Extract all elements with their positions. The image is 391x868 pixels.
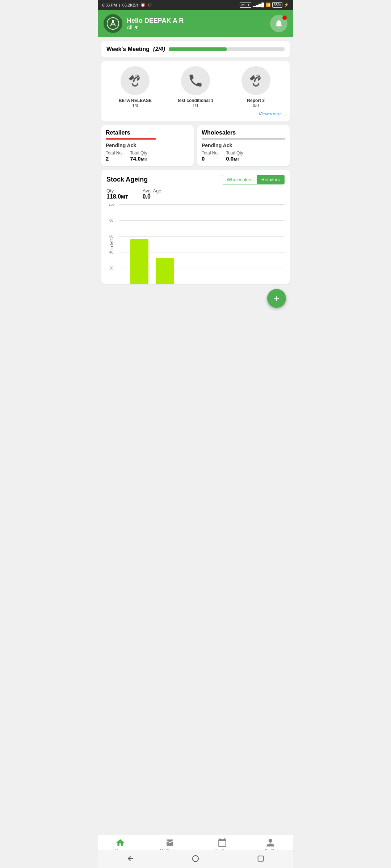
svg-point-0 xyxy=(107,18,119,29)
wifi-icon: 📶 xyxy=(266,3,271,7)
activity-icon-report xyxy=(241,66,270,95)
volte-icon: VoLTE xyxy=(240,3,251,8)
stock-qty-value: 118.0мт xyxy=(106,193,128,200)
retailers-no-label: Total No. xyxy=(106,150,123,156)
grid-80: 80 xyxy=(119,220,285,221)
wholesalers-card: Wholesalers Pending Ack Total No. 0 Tota… xyxy=(197,125,290,166)
stock-avg-label: Avg. Age xyxy=(143,188,161,193)
stock-ageing-header: Stock Ageing Wholesalers Retailers xyxy=(106,175,285,184)
time: 6:35 PM xyxy=(102,3,117,7)
wholesalers-title: Wholesalers xyxy=(202,129,285,136)
retailers-card: Retailers Pending Ack Total No. 2 Total … xyxy=(101,125,194,166)
notification-button[interactable] xyxy=(270,15,287,32)
wholesalers-no-label: Total No. xyxy=(202,150,219,156)
wholesalers-no: Total No. 0 xyxy=(202,150,219,162)
data-speed-value: 65.2KB/s xyxy=(122,3,139,7)
stock-toggle-group: Wholesalers Retailers xyxy=(222,175,285,184)
app-logo xyxy=(104,14,122,33)
filter-label: All xyxy=(127,25,133,30)
activity-count-beta: 1/3 xyxy=(132,103,138,108)
bottom-spacer xyxy=(98,309,293,353)
stock-ageing-title: Stock Ageing xyxy=(106,176,148,183)
svg-point-1 xyxy=(112,20,114,22)
wholesalers-section: Pending Ack xyxy=(202,142,285,148)
alarm-icon: ⏰ xyxy=(140,3,146,7)
activity-icon-conditional xyxy=(181,66,210,95)
header-left: Hello DEEPAK A R All ▼ xyxy=(104,14,184,33)
retailers-qty-label: Total Qty xyxy=(130,150,147,156)
chart-inner: 100 80 60 40 20 xyxy=(119,204,285,284)
wholesalers-qty-value: 0.0мт xyxy=(226,156,243,162)
activity-item-report[interactable]: Report 2 0/0 xyxy=(227,66,285,108)
wholesalers-no-value: 0 xyxy=(202,156,219,162)
activity-card: BETA RELEASE 1/3 test conditional 1 1/1 … xyxy=(101,61,290,122)
wholesalers-stats: Total No. 0 Total Qty 0.0мт xyxy=(202,150,285,162)
stock-avg-age: Avg. Age 0.0 xyxy=(143,188,161,200)
activity-count-report: 0/0 xyxy=(253,103,259,108)
bell-icon xyxy=(274,19,283,28)
week-meeting-count: (2/4) xyxy=(153,46,165,52)
label-100: 100 xyxy=(109,204,115,207)
handshake-icon-2 xyxy=(248,73,264,89)
activity-name-conditional: test conditional 1 xyxy=(178,98,214,103)
stock-avg-value: 0.0 xyxy=(143,193,161,200)
week-meeting-card: Week's Meeting (2/4) xyxy=(101,41,290,58)
stock-chart: In MT 100 80 60 40 20 xyxy=(106,204,285,284)
rw-row: Retailers Pending Ack Total No. 2 Total … xyxy=(101,125,290,166)
fab-spacer: + xyxy=(98,288,293,309)
retailers-title: Retailers xyxy=(106,129,189,136)
label-60: 60 xyxy=(109,234,113,238)
wholesalers-divider xyxy=(202,138,285,140)
handshake-icon-1 xyxy=(127,73,143,89)
view-more-link[interactable]: View more... xyxy=(106,111,285,116)
greeting-text: Hello DEEPAK A R xyxy=(127,17,184,25)
label-20: 20 xyxy=(109,266,113,270)
retailers-qty: Total Qty 74.0мт xyxy=(130,150,147,162)
retailers-divider xyxy=(106,138,156,140)
y-axis-label: In MT xyxy=(109,239,114,250)
bars-area xyxy=(130,239,174,284)
retailers-qty-value: 74.0мт xyxy=(130,156,147,162)
wholesalers-qty-label: Total Qty xyxy=(226,150,243,156)
stock-ageing-card: Stock Ageing Wholesalers Retailers Qty 1… xyxy=(101,170,290,284)
toggle-wholesalers[interactable]: Wholesalers xyxy=(222,175,257,184)
battery-indicator: 35% xyxy=(272,2,282,8)
retailers-no: Total No. 2 xyxy=(106,150,123,162)
status-bar: 6:35 PM | 65.2KB/s ⏰ 🛡 VoLTE ▂▄▆█ 📶 35% … xyxy=(98,0,293,10)
activity-icon-beta xyxy=(121,66,150,95)
phone-icon xyxy=(188,73,203,89)
app-header: Hello DEEPAK A R All ▼ xyxy=(98,10,293,37)
retailers-section: Pending Ack xyxy=(106,142,189,148)
activity-count-conditional: 1/1 xyxy=(193,103,199,108)
signal-icon: ▂▄▆█ xyxy=(253,3,264,7)
label-80: 80 xyxy=(109,218,113,222)
status-right: VoLTE ▂▄▆█ 📶 35% ⚡ xyxy=(240,2,289,8)
data-speed: | xyxy=(119,3,120,7)
activity-name-beta: BETA RELEASE xyxy=(119,98,152,103)
stock-qty-label: Qty xyxy=(106,188,128,193)
notification-badge xyxy=(282,16,287,20)
activity-grid: BETA RELEASE 1/3 test conditional 1 1/1 … xyxy=(106,66,285,108)
activity-item-beta[interactable]: BETA RELEASE 1/3 xyxy=(106,66,164,108)
progress-bar-background xyxy=(169,47,285,51)
retailers-no-value: 2 xyxy=(106,156,123,162)
logo-icon xyxy=(106,17,119,30)
shield-icon: 🛡 xyxy=(148,3,152,7)
week-meeting-content: Week's Meeting (2/4) xyxy=(106,46,285,52)
fab-icon: + xyxy=(274,293,279,304)
bar-2 xyxy=(156,258,174,284)
status-left: 6:35 PM | 65.2KB/s ⏰ 🛡 xyxy=(102,3,152,7)
toggle-retailers[interactable]: Retailers xyxy=(257,175,284,184)
chevron-down-icon: ▼ xyxy=(134,25,139,30)
week-meeting-label: Week's Meeting xyxy=(106,46,150,52)
progress-bar-fill xyxy=(169,47,227,51)
retailers-stats: Total No. 2 Total Qty 74.0мт xyxy=(106,150,189,162)
wholesalers-qty: Total Qty 0.0мт xyxy=(226,150,243,162)
stock-metrics: Qty 118.0мт Avg. Age 0.0 xyxy=(106,188,285,200)
battery-value: 35 xyxy=(274,3,278,7)
activity-item-conditional[interactable]: test conditional 1 1/1 xyxy=(167,66,224,108)
label-40: 40 xyxy=(109,250,113,254)
activity-name-report: Report 2 xyxy=(247,98,265,103)
fab-button[interactable]: + xyxy=(267,289,286,308)
filter-dropdown[interactable]: All ▼ xyxy=(127,25,184,30)
